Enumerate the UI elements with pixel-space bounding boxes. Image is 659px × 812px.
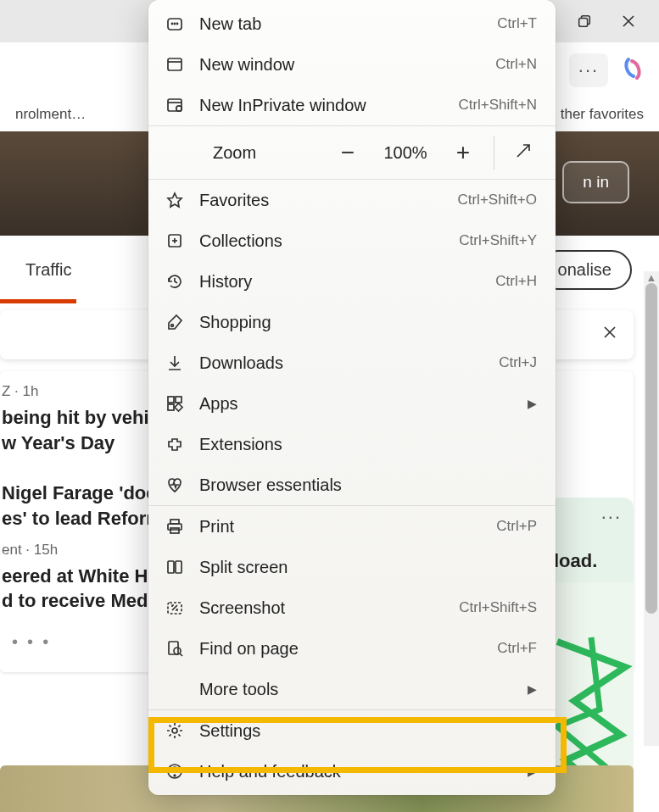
menu-shopping[interactable]: Shopping	[148, 302, 556, 342]
svg-rect-17	[168, 404, 174, 410]
find-icon	[165, 639, 184, 658]
close-icon[interactable]	[601, 324, 618, 346]
scroll-up-arrow[interactable]: ▲	[644, 271, 659, 283]
svg-point-26	[172, 728, 177, 733]
settings-and-more-menu: New tab Ctrl+T New window Ctrl+N New InP…	[148, 0, 556, 795]
chevron-right-icon: ▶	[528, 682, 537, 696]
menu-inprivate[interactable]: New InPrivate window Ctrl+Shift+N	[148, 85, 556, 125]
gear-icon	[165, 721, 184, 740]
chevron-right-icon: ▶	[528, 397, 537, 410]
menu-settings[interactable]: Settings	[148, 710, 556, 751]
new-tab-icon	[165, 14, 184, 33]
history-icon	[165, 272, 184, 291]
print-icon	[165, 517, 184, 536]
menu-find-on-page[interactable]: Find on page Ctrl+F	[148, 628, 556, 669]
menu-screenshot[interactable]: Screenshot Ctrl+Shift+S	[148, 587, 556, 628]
svg-rect-20	[170, 528, 179, 533]
card-more-button[interactable]: ···	[549, 498, 634, 528]
split-screen-icon	[165, 558, 184, 576]
chevron-right-icon: ▶	[528, 765, 537, 778]
help-icon	[165, 762, 184, 781]
side-card-title: load.	[549, 528, 634, 572]
menu-extensions[interactable]: Extensions	[148, 424, 556, 464]
menu-collections[interactable]: Collections Ctrl+Shift+Y	[148, 220, 556, 261]
pulse-icon	[165, 476, 184, 494]
svg-rect-15	[168, 397, 174, 403]
svg-point-25	[174, 648, 181, 654]
menu-downloads[interactable]: Downloads Ctrl+J	[148, 342, 556, 383]
settings-and-more-button[interactable]: ···	[569, 53, 608, 87]
menu-new-tab[interactable]: New tab Ctrl+T	[148, 3, 556, 44]
apps-icon	[165, 394, 184, 413]
zoom-in-button[interactable]: +	[446, 139, 480, 166]
tab-traffic[interactable]: Traffic	[25, 260, 71, 280]
favorites-bar-item[interactable]: nrolment…	[15, 106, 86, 123]
downloads-icon	[165, 353, 184, 372]
screenshot-icon	[165, 598, 184, 617]
menu-new-window[interactable]: New window Ctrl+N	[148, 44, 556, 85]
svg-point-5	[176, 23, 177, 24]
menu-help-and-feedback[interactable]: Help and feedback ▶	[148, 751, 556, 792]
copilot-icon[interactable]	[620, 56, 645, 85]
zoom-out-button[interactable]: −	[331, 139, 365, 166]
inprivate-icon	[165, 96, 184, 114]
window-restore-button[interactable]	[575, 12, 594, 31]
menu-apps[interactable]: Apps ▶	[148, 383, 556, 424]
new-window-icon	[165, 55, 184, 74]
svg-rect-22	[176, 561, 182, 573]
svg-point-28	[174, 775, 176, 776]
menu-zoom: Zoom − 100% +	[148, 126, 556, 179]
svg-rect-21	[168, 561, 174, 573]
svg-rect-16	[176, 397, 182, 403]
vertical-scrollbar[interactable]: ▲	[644, 271, 659, 746]
active-tab-indicator	[0, 299, 76, 303]
collections-icon	[165, 231, 184, 250]
extensions-icon	[165, 435, 184, 453]
svg-point-3	[171, 23, 172, 24]
menu-split-screen[interactable]: Split screen	[148, 547, 556, 587]
star-icon	[165, 191, 184, 209]
shopping-icon	[165, 313, 184, 331]
menu-print[interactable]: Print Ctrl+P	[148, 506, 556, 547]
zoom-value: 100%	[378, 143, 433, 163]
window-close-button[interactable]	[619, 12, 638, 31]
sign-in-button[interactable]: n in	[562, 161, 629, 203]
svg-rect-1	[579, 18, 588, 26]
menu-favorites[interactable]: Favorites Ctrl+Shift+O	[148, 180, 556, 220]
svg-point-4	[174, 23, 175, 24]
menu-browser-essentials[interactable]: Browser essentials	[148, 464, 556, 505]
scroll-thumb[interactable]	[645, 283, 657, 614]
menu-more-tools[interactable]: More tools ▶	[148, 669, 556, 709]
fullscreen-button[interactable]	[508, 142, 539, 164]
svg-rect-6	[168, 58, 182, 70]
menu-history[interactable]: History Ctrl+H	[148, 261, 556, 302]
other-favorites-button[interactable]: ther favorites	[561, 106, 644, 123]
svg-point-14	[171, 325, 174, 327]
